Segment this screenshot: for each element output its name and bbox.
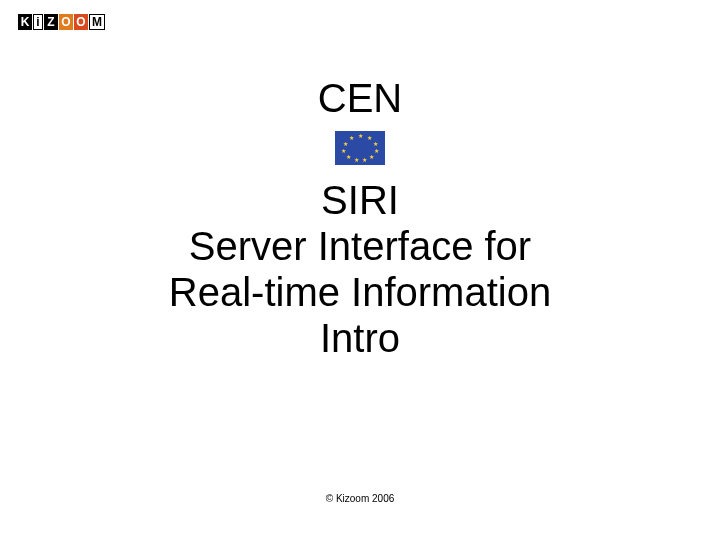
logo-letter-o2: O (74, 14, 88, 30)
title-line-1: Server Interface for (0, 223, 720, 269)
subtitle-heading: Intro (0, 315, 720, 361)
eu-flag-icon: ★ ★ ★ ★ ★ ★ ★ ★ ★ ★ ★ ★ (335, 131, 385, 165)
org-heading: CEN (0, 75, 720, 121)
title-line-2: Real-time Information (0, 269, 720, 315)
kizoom-logo: K i Z O O M (18, 14, 105, 30)
logo-letter-z: Z (44, 14, 58, 30)
flag-container: ★ ★ ★ ★ ★ ★ ★ ★ ★ ★ ★ ★ (0, 131, 720, 169)
logo-letter-i: i (33, 14, 43, 30)
logo-letter-o1: O (59, 14, 73, 30)
logo-letter-m: M (89, 14, 105, 30)
logo-letter-k: K (18, 14, 32, 30)
copyright-footer: © Kizoom 2006 (0, 493, 720, 504)
slide-content: CEN ★ ★ ★ ★ ★ ★ ★ ★ ★ ★ ★ ★ SIRI Server … (0, 75, 720, 361)
acronym-heading: SIRI (0, 177, 720, 223)
